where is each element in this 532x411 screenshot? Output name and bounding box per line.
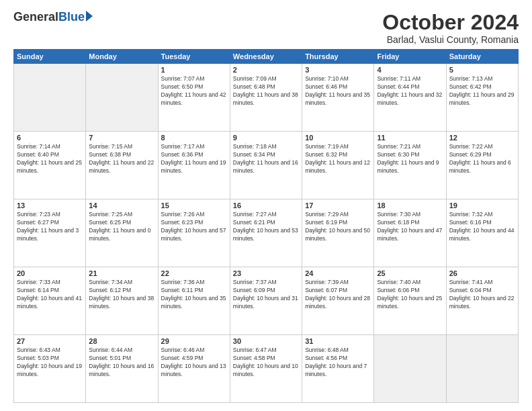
day-number: 1 (161, 66, 227, 74)
day-number: 16 (233, 201, 299, 210)
calendar-cell: 15Sunrise: 7:26 AM Sunset: 6:23 PM Dayli… (158, 199, 230, 267)
day-number: 6 (17, 134, 83, 142)
day-number: 29 (161, 337, 227, 345)
day-info: Sunrise: 7:37 AM Sunset: 6:09 PM Dayligh… (233, 279, 299, 311)
day-number: 9 (233, 134, 299, 142)
day-info: Sunrise: 7:22 AM Sunset: 6:29 PM Dayligh… (449, 143, 515, 175)
calendar-cell: 24Sunrise: 7:39 AM Sunset: 6:07 PM Dayli… (302, 267, 374, 335)
calendar-cell: 9Sunrise: 7:18 AM Sunset: 6:34 PM Daylig… (230, 132, 302, 199)
month-title: October 2024 (382, 11, 519, 34)
day-number: 24 (305, 269, 371, 277)
day-info: Sunrise: 7:10 AM Sunset: 6:46 PM Dayligh… (305, 75, 371, 107)
calendar-cell: 19Sunrise: 7:32 AM Sunset: 6:16 PM Dayli… (446, 199, 518, 267)
day-info: Sunrise: 7:26 AM Sunset: 6:23 PM Dayligh… (161, 211, 227, 243)
day-number: 14 (89, 201, 154, 210)
week-row-1: 6Sunrise: 7:14 AM Sunset: 6:40 PM Daylig… (14, 132, 519, 199)
day-info: Sunrise: 6:44 AM Sunset: 5:01 PM Dayligh… (89, 347, 154, 379)
header-monday: Monday (86, 50, 158, 64)
day-info: Sunrise: 7:14 AM Sunset: 6:40 PM Dayligh… (17, 143, 83, 175)
week-row-2: 13Sunrise: 7:23 AM Sunset: 6:27 PM Dayli… (14, 199, 519, 267)
day-number: 19 (449, 201, 515, 210)
day-info: Sunrise: 6:46 AM Sunset: 4:59 PM Dayligh… (161, 347, 227, 379)
calendar-cell (446, 335, 518, 403)
calendar-cell (14, 64, 86, 132)
header-saturday: Saturday (446, 50, 518, 64)
calendar-cell: 20Sunrise: 7:33 AM Sunset: 6:14 PM Dayli… (14, 267, 86, 335)
calendar-cell: 2Sunrise: 7:09 AM Sunset: 6:48 PM Daylig… (230, 64, 302, 132)
calendar: Sunday Monday Tuesday Wednesday Thursday… (13, 49, 519, 403)
day-info: Sunrise: 7:29 AM Sunset: 6:19 PM Dayligh… (305, 211, 371, 243)
header-tuesday: Tuesday (158, 50, 230, 64)
day-info: Sunrise: 7:17 AM Sunset: 6:36 PM Dayligh… (161, 143, 227, 175)
day-info: Sunrise: 7:09 AM Sunset: 6:48 PM Dayligh… (233, 75, 299, 107)
day-info: Sunrise: 7:32 AM Sunset: 6:16 PM Dayligh… (449, 211, 515, 243)
day-number: 17 (305, 201, 371, 210)
logo-arrow-icon (86, 11, 93, 21)
day-number: 8 (161, 134, 227, 142)
calendar-cell: 10Sunrise: 7:19 AM Sunset: 6:32 PM Dayli… (302, 132, 374, 199)
calendar-cell (374, 335, 446, 403)
calendar-cell: 4Sunrise: 7:11 AM Sunset: 6:44 PM Daylig… (374, 64, 446, 132)
day-info: Sunrise: 7:18 AM Sunset: 6:34 PM Dayligh… (233, 143, 299, 175)
day-info: Sunrise: 7:23 AM Sunset: 6:27 PM Dayligh… (17, 211, 83, 243)
day-number: 2 (233, 66, 299, 74)
day-info: Sunrise: 7:34 AM Sunset: 6:12 PM Dayligh… (89, 279, 154, 311)
calendar-cell: 5Sunrise: 7:13 AM Sunset: 6:42 PM Daylig… (446, 64, 518, 132)
day-number: 10 (305, 134, 371, 142)
calendar-cell: 18Sunrise: 7:30 AM Sunset: 6:18 PM Dayli… (374, 199, 446, 267)
day-number: 21 (89, 269, 154, 277)
week-row-4: 27Sunrise: 6:43 AM Sunset: 5:03 PM Dayli… (14, 335, 519, 403)
page: General Blue October 2024 Barlad, Vaslui… (0, 0, 532, 411)
logo-general: General (13, 11, 58, 23)
calendar-cell: 12Sunrise: 7:22 AM Sunset: 6:29 PM Dayli… (446, 132, 518, 199)
logo-blue: Blue (58, 11, 85, 23)
day-info: Sunrise: 6:48 AM Sunset: 4:56 PM Dayligh… (305, 347, 371, 379)
day-number: 31 (305, 337, 371, 345)
header-friday: Friday (374, 50, 446, 64)
day-info: Sunrise: 7:11 AM Sunset: 6:44 PM Dayligh… (377, 75, 443, 107)
day-number: 22 (161, 269, 227, 277)
calendar-cell: 7Sunrise: 7:15 AM Sunset: 6:38 PM Daylig… (86, 132, 158, 199)
header-wednesday: Wednesday (230, 50, 302, 64)
day-info: Sunrise: 7:41 AM Sunset: 6:04 PM Dayligh… (449, 279, 515, 311)
day-info: Sunrise: 7:07 AM Sunset: 6:50 PM Dayligh… (161, 75, 227, 107)
day-info: Sunrise: 7:13 AM Sunset: 6:42 PM Dayligh… (449, 75, 515, 107)
day-info: Sunrise: 7:25 AM Sunset: 6:25 PM Dayligh… (89, 211, 154, 243)
calendar-cell: 21Sunrise: 7:34 AM Sunset: 6:12 PM Dayli… (86, 267, 158, 335)
calendar-cell: 13Sunrise: 7:23 AM Sunset: 6:27 PM Dayli… (14, 199, 86, 267)
day-info: Sunrise: 7:33 AM Sunset: 6:14 PM Dayligh… (17, 279, 83, 311)
calendar-cell: 22Sunrise: 7:36 AM Sunset: 6:11 PM Dayli… (158, 267, 230, 335)
day-info: Sunrise: 7:21 AM Sunset: 6:30 PM Dayligh… (377, 143, 443, 175)
calendar-cell: 31Sunrise: 6:48 AM Sunset: 4:56 PM Dayli… (302, 335, 374, 403)
day-number: 7 (89, 134, 154, 142)
header: General Blue October 2024 Barlad, Vaslui… (13, 11, 519, 45)
calendar-cell: 1Sunrise: 7:07 AM Sunset: 6:50 PM Daylig… (158, 64, 230, 132)
title-block: October 2024 Barlad, Vaslui County, Roma… (382, 11, 519, 45)
day-info: Sunrise: 7:39 AM Sunset: 6:07 PM Dayligh… (305, 279, 371, 311)
calendar-cell: 28Sunrise: 6:44 AM Sunset: 5:01 PM Dayli… (86, 335, 158, 403)
day-number: 12 (449, 134, 515, 142)
day-number: 3 (305, 66, 371, 74)
calendar-header-row: Sunday Monday Tuesday Wednesday Thursday… (14, 50, 519, 64)
day-number: 25 (377, 269, 443, 277)
day-info: Sunrise: 7:30 AM Sunset: 6:18 PM Dayligh… (377, 211, 443, 243)
day-number: 30 (233, 337, 299, 345)
calendar-cell: 14Sunrise: 7:25 AM Sunset: 6:25 PM Dayli… (86, 199, 158, 267)
day-info: Sunrise: 6:43 AM Sunset: 5:03 PM Dayligh… (17, 347, 83, 379)
day-number: 18 (377, 201, 443, 210)
day-number: 4 (377, 66, 443, 74)
calendar-cell: 29Sunrise: 6:46 AM Sunset: 4:59 PM Dayli… (158, 335, 230, 403)
day-info: Sunrise: 7:40 AM Sunset: 6:06 PM Dayligh… (377, 279, 443, 311)
calendar-cell: 11Sunrise: 7:21 AM Sunset: 6:30 PM Dayli… (374, 132, 446, 199)
week-row-0: 1Sunrise: 7:07 AM Sunset: 6:50 PM Daylig… (14, 64, 519, 132)
calendar-cell: 27Sunrise: 6:43 AM Sunset: 5:03 PM Dayli… (14, 335, 86, 403)
day-info: Sunrise: 7:15 AM Sunset: 6:38 PM Dayligh… (89, 143, 154, 175)
calendar-cell: 17Sunrise: 7:29 AM Sunset: 6:19 PM Dayli… (302, 199, 374, 267)
subtitle: Barlad, Vaslui County, Romania (382, 34, 519, 45)
day-number: 15 (161, 201, 227, 210)
day-number: 13 (17, 201, 83, 210)
day-info: Sunrise: 6:47 AM Sunset: 4:58 PM Dayligh… (233, 347, 299, 379)
calendar-cell (86, 64, 158, 132)
day-info: Sunrise: 7:19 AM Sunset: 6:32 PM Dayligh… (305, 143, 371, 175)
logo: General Blue (13, 11, 93, 23)
